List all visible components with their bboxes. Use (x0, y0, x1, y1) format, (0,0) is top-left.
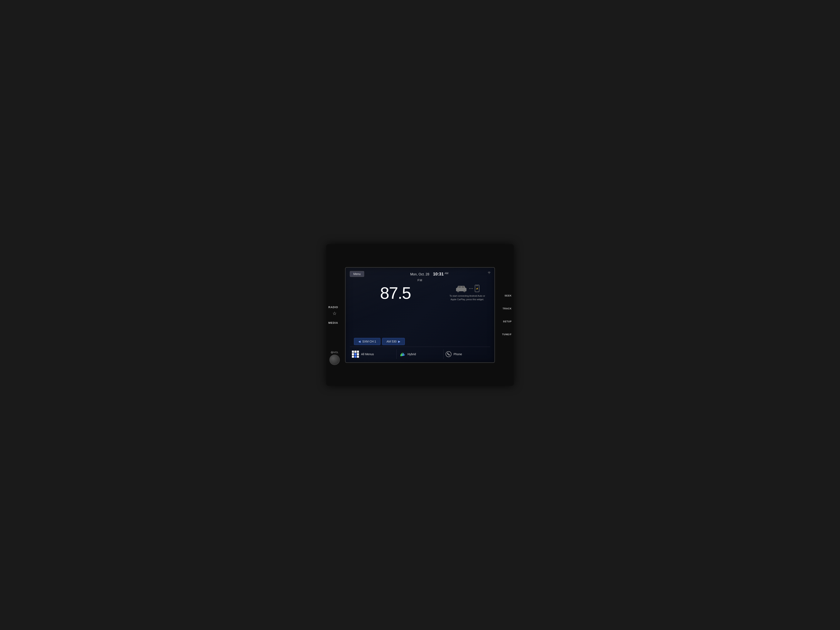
grid-cell (354, 355, 357, 358)
grid-cell (352, 351, 354, 353)
favorite-button[interactable]: ☆ (333, 311, 337, 316)
frequency-display: 87.5 (380, 285, 411, 302)
am-label: AM 530 (387, 340, 396, 343)
car-phone-icons: ⚡ (455, 285, 480, 292)
infotainment-screen: Menu Mon, Oct. 28 10:31 AM FM 87.5 (345, 267, 495, 363)
band-label: FM (350, 278, 490, 282)
date-text: Mon, Oct. 28 (410, 273, 429, 276)
track-label: TRACK (503, 307, 512, 310)
svg-rect-4 (462, 286, 464, 288)
grid-cell (354, 353, 357, 355)
phone-icon-widget: ⚡ (475, 285, 480, 292)
grid-icon (352, 351, 359, 358)
phone-label: Phone (453, 352, 462, 356)
svg-rect-6 (476, 286, 478, 286)
time-text: 10:31 (433, 272, 444, 276)
setup-label: SETUP (503, 320, 512, 323)
car-icon (455, 285, 467, 292)
sxm-label: SXM CH 1 (362, 340, 376, 343)
grid-cell (354, 351, 357, 353)
media-label: MEDIA (328, 321, 338, 324)
screen-header: Menu Mon, Oct. 28 10:31 AM (350, 271, 490, 277)
svg-point-2 (464, 291, 465, 292)
hybrid-shortcut[interactable]: Hybrid (397, 349, 444, 359)
frequency-section: 87.5 (350, 283, 441, 302)
grid-cell (357, 353, 359, 355)
hybrid-icon (399, 351, 406, 357)
right-arrow-icon: ▶ (398, 340, 400, 343)
svg-rect-3 (458, 286, 461, 288)
seek-label: SEEK (505, 294, 512, 297)
phone-svg (447, 352, 450, 356)
tune-label: TUNE/F (502, 333, 512, 336)
shortcuts-row: All Menus Hybrid Phon (350, 347, 490, 359)
menu-button[interactable]: Menu (350, 271, 364, 277)
all-menus-shortcut[interactable]: All Menus (350, 349, 397, 359)
phone-shortcut[interactable]: Phone (444, 349, 490, 359)
sxm-preset-button[interactable]: ◀ SXM CH 1 (354, 338, 381, 345)
hybrid-label: Hybrid (407, 352, 416, 356)
vol-label: ⏻/VOL (331, 351, 338, 354)
car-panel: RADIO MEDIA ☆ ⏻/VOL SEEK TRACK SETUP TUN… (326, 244, 514, 386)
carplay-widget[interactable]: ⚡ To start connecting Android Auto or Ap… (444, 283, 490, 303)
svg-point-1 (457, 291, 459, 292)
main-content: 87.5 (350, 283, 490, 335)
volume-control[interactable]: ⏻/VOL (329, 351, 340, 365)
grid-cell (352, 355, 354, 358)
grid-cell (357, 351, 359, 353)
svg-text:⚡: ⚡ (476, 287, 478, 290)
ampm-text: AM (445, 272, 448, 275)
grid-cell (357, 355, 359, 358)
connection-dots (469, 288, 473, 289)
left-arrow-icon: ◀ (358, 340, 361, 343)
grid-cell (352, 353, 354, 355)
am-preset-button[interactable]: AM 530 ▶ (382, 338, 405, 345)
right-controls: SEEK TRACK SETUP TUNE/F (502, 294, 512, 336)
leaf-svg (399, 351, 406, 357)
phone-call-icon (445, 351, 452, 357)
wifi-icon (487, 271, 491, 275)
presets-row: ◀ SXM CH 1 AM 530 ▶ (350, 338, 490, 345)
datetime-display: Mon, Oct. 28 10:31 AM (368, 272, 490, 276)
all-menus-label: All Menus (361, 352, 374, 356)
carplay-text[interactable]: To start connecting Android Auto or Appl… (447, 294, 488, 301)
radio-label: RADIO (328, 306, 338, 309)
volume-knob[interactable] (329, 355, 340, 365)
